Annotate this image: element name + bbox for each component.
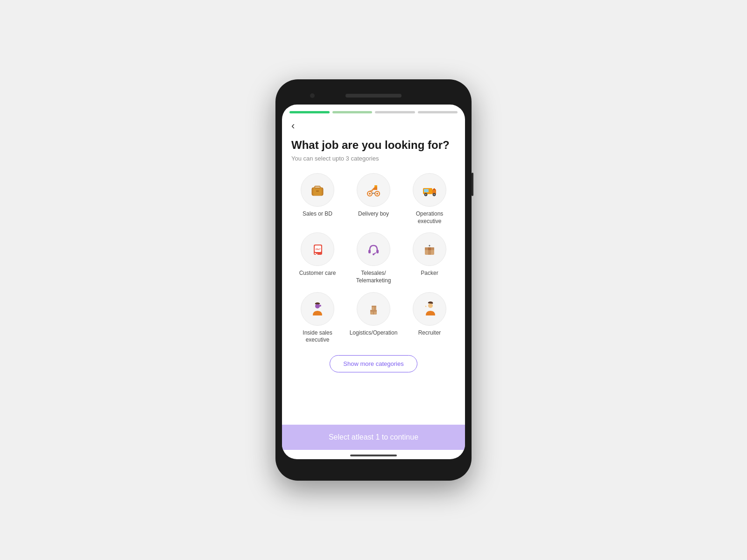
category-label-logistics: Logistics/Operation: [350, 329, 398, 337]
category-operations[interactable]: Operations executive: [403, 173, 456, 225]
progress-seg-4: [418, 111, 458, 113]
svg-point-12: [425, 194, 426, 195]
phone-screen: ‹ What job are you looking for? You can …: [282, 105, 465, 459]
progress-seg-1: [289, 111, 330, 113]
side-button: [472, 173, 473, 196]
category-sales-bd[interactable]: Sales or BD: [291, 173, 344, 225]
category-customer-care[interactable]: 24x7 Customer care: [291, 232, 344, 284]
svg-text:24x7: 24x7: [315, 248, 320, 251]
svg-point-28: [319, 305, 321, 307]
camera: [310, 93, 315, 98]
phone-top: [282, 89, 465, 103]
svg-point-8: [376, 193, 378, 195]
category-label-operations: Operations executive: [403, 210, 456, 225]
svg-point-20: [373, 253, 374, 255]
svg-rect-19: [376, 250, 379, 253]
category-label-sales: Sales or BD: [303, 210, 332, 218]
screen-content: ‹ What job are you looking for? You can …: [282, 118, 465, 425]
category-recruiter[interactable]: Recruiter: [403, 292, 456, 344]
category-label-packer: Packer: [421, 270, 438, 277]
svg-rect-14: [424, 189, 429, 192]
category-packer[interactable]: ✦ Packer: [403, 232, 456, 284]
speaker: [345, 94, 402, 98]
svg-rect-3: [316, 190, 319, 192]
svg-rect-18: [368, 250, 371, 253]
category-icon-inside-sales: [301, 292, 334, 326]
svg-rect-32: [372, 306, 376, 307]
category-icon-logistics: [357, 292, 390, 326]
progress-bar-row: [282, 105, 465, 118]
category-label-telesales: Telesales/ Telemarketing: [347, 270, 400, 284]
svg-point-13: [434, 194, 435, 195]
svg-point-35: [428, 303, 433, 308]
category-label-customer-care: Customer care: [299, 270, 336, 277]
category-icon-operations: [413, 173, 446, 207]
category-label-delivery: Delivery boy: [358, 210, 389, 218]
svg-rect-6: [374, 185, 377, 187]
svg-rect-33: [373, 310, 374, 315]
progress-seg-2: [332, 111, 373, 113]
category-icon-delivery: [357, 173, 390, 207]
category-label-inside-sales: Inside sales executive: [291, 329, 344, 344]
category-icon-telesales: [357, 232, 390, 266]
page-title: What job are you looking for?: [291, 138, 456, 152]
category-delivery-boy[interactable]: Delivery boy: [347, 173, 400, 225]
svg-rect-34: [374, 306, 375, 310]
category-label-recruiter: Recruiter: [418, 329, 441, 337]
category-icon-customer-care: 24x7: [301, 232, 334, 266]
svg-point-27: [315, 304, 320, 308]
home-indicator: [350, 455, 397, 456]
svg-text:✦: ✦: [428, 244, 431, 247]
category-icon-packer: ✦: [413, 232, 446, 266]
category-inside-sales[interactable]: Inside sales executive: [291, 292, 344, 344]
category-icon-recruiter: [413, 292, 446, 326]
phone-shell: ‹ What job are you looking for? You can …: [275, 79, 472, 481]
show-more-button[interactable]: Show more categories: [330, 355, 417, 372]
continue-button[interactable]: Select atleast 1 to continue: [282, 425, 465, 450]
categories-grid: Sales or BD: [291, 173, 456, 344]
svg-point-7: [369, 193, 371, 195]
category-icon-sales: [301, 173, 334, 207]
bottom-bar: [282, 450, 465, 459]
back-button[interactable]: ‹: [291, 118, 295, 138]
page-subtitle: You can select upto 3 categories: [291, 155, 456, 162]
progress-seg-3: [375, 111, 415, 113]
category-telesales[interactable]: Telesales/ Telemarketing: [347, 232, 400, 284]
category-logistics[interactable]: Logistics/Operation: [347, 292, 400, 344]
